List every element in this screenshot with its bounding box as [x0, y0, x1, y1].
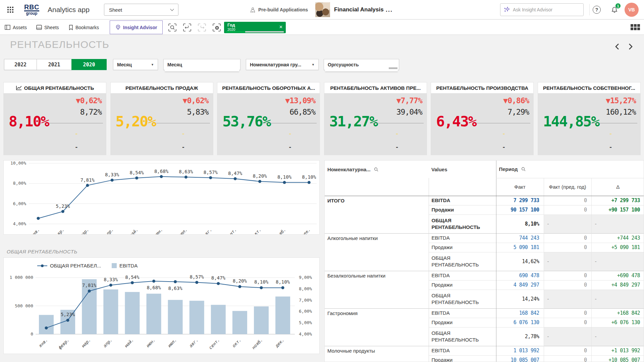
- page-title: РЕНТАБЕЛЬНОСТЬ: [10, 39, 109, 50]
- kpi-delta: ▼13,09%: [285, 96, 315, 105]
- kpi-dash-yellow: -: [75, 130, 77, 137]
- kpi-card[interactable]: РЕНТАБЕЛЬНОСТЬ ОБОРОТНЫХ А... 53,76% ▼13…: [217, 82, 320, 155]
- sheets-button[interactable]: Sheets: [36, 20, 59, 35]
- svg-text:февр.: февр.: [52, 227, 65, 234]
- sheet-grid-view-icon[interactable]: [631, 24, 640, 30]
- svg-text:май.: май.: [128, 227, 139, 234]
- kpi-card[interactable]: РЕНТАБЕЛЬНОСТЬ АКТИВОВ ПРЕ... 31,27% ▼7,…: [324, 82, 427, 155]
- fact-cell: 168 842: [496, 308, 544, 318]
- insight-advisor-button[interactable]: Insight Advisor: [110, 20, 163, 34]
- svg-text:дек.: дек.: [274, 338, 285, 349]
- ask-insight-advisor-box[interactable]: [500, 3, 584, 16]
- svg-text:6,00%: 6,00%: [13, 201, 26, 206]
- search-icon[interactable]: [521, 167, 526, 171]
- current-app-name[interactable]: Financial Analysis: [334, 0, 384, 19]
- sub-header[interactable]: Факт (пред. год): [544, 178, 591, 196]
- bookmarks-button[interactable]: Bookmarks: [69, 20, 99, 35]
- ebitda-bar: [254, 306, 269, 334]
- kpi-dash-black: -: [396, 143, 398, 151]
- svg-text:июн.: июн.: [153, 227, 164, 234]
- kpi-card[interactable]: РЕНТАБЕЛЬНОСТЬ СОБСТВЕННОГ... 144,85% ▼1…: [538, 82, 641, 155]
- column-header-period[interactable]: Период: [496, 161, 644, 178]
- search-selections-icon[interactable]: [168, 23, 177, 32]
- prev-cell: 0: [544, 196, 591, 205]
- fact-cell: 10 085 007: [496, 355, 544, 362]
- table-row[interactable]: ИТОГОEBITDA7 299 7330+7 299 733: [325, 196, 644, 205]
- svg-text:8,00%: 8,00%: [299, 286, 312, 291]
- profitability-combo-chart[interactable]: ОБЩАЯ РЕНТАБЕЛ...EBITDA1 000 000500 0000…: [3, 257, 320, 354]
- delta-cell: -: [591, 252, 644, 271]
- delta-cell: +10 085 007: [591, 355, 644, 362]
- metric-cell: EBITDA: [429, 271, 496, 280]
- prebuild-applications-link[interactable]: Pre-build Applications: [250, 0, 308, 19]
- metric-cell: Продажи: [429, 280, 496, 290]
- kpi-card[interactable]: РЕНТАБЕЛЬНОСТЬ ПРОИЗВОДСТВА 6,43% ▼0,86%…: [431, 82, 534, 155]
- sub-header[interactable]: Факт: [496, 178, 544, 196]
- sheet-dropdown[interactable]: Sheet: [104, 4, 178, 16]
- sub-header[interactable]: Δ: [591, 178, 644, 196]
- column-header-values[interactable]: Values: [429, 161, 496, 178]
- delta-cell: -: [591, 290, 644, 308]
- topbar-divider: [589, 4, 590, 15]
- clear-selections-icon[interactable]: [212, 23, 221, 32]
- undo-icon[interactable]: [182, 23, 192, 32]
- more-options-button[interactable]: ...: [386, 0, 393, 19]
- kpi-card[interactable]: ОБЩАЯ РЕНТАБЕЛЬНОСТЬ 8,10% ▼0,62% 8,72% …: [3, 82, 106, 155]
- kpi-previous-value: 8,72%: [80, 108, 102, 116]
- notifications-button[interactable]: 1: [609, 0, 620, 19]
- kpi-previous-value: 66,85%: [289, 108, 315, 116]
- svg-text:0: 0: [31, 331, 33, 337]
- kpi-dash-black: -: [182, 143, 184, 151]
- kpi-card[interactable]: РЕНТАБЕЛЬНОСТЬ ПРОДАЖ 5,20% ▼0,62% 5,83%…: [110, 82, 213, 155]
- help-icon: ?: [593, 6, 601, 14]
- year-button-2020[interactable]: 2020: [71, 59, 107, 70]
- year-button-2022[interactable]: 2022: [4, 59, 37, 70]
- svg-text:5,23%: 5,23%: [56, 203, 70, 209]
- metric-cell: ОБЩАЯ РЕНТАБЕЛЬНОСТЬ: [429, 215, 496, 233]
- svg-text:8,33%: 8,33%: [104, 277, 118, 282]
- table-row[interactable]: Алкогольные напиткиEBITDA744 2430+744 24…: [325, 233, 644, 243]
- svg-text:сент.: сент.: [208, 338, 221, 350]
- delta-cell: +1 013 992: [591, 346, 644, 355]
- nomenclature-pivot-table[interactable]: Номенклатурна...ValuesПериодФактФакт (пр…: [324, 160, 644, 362]
- column-header-nomenclature[interactable]: Номенклатурна...: [325, 161, 429, 178]
- profitability-line-chart[interactable]: 10,00%8,00%6,00%4,00%5,23%7,81%8,33%8,54…: [3, 160, 320, 235]
- triangle-down-icon: ▼: [312, 63, 315, 66]
- year-button-2021[interactable]: 2021: [37, 59, 72, 70]
- kpi-body: 144,85% ▼15,27% 160,12% - -: [538, 94, 641, 155]
- prev-cell: 0: [544, 233, 591, 243]
- ebitda-bar: [147, 294, 161, 334]
- table-row[interactable]: Молочные продуктыEBITDA1 013 9920+1 013 …: [325, 346, 644, 355]
- help-button[interactable]: ?: [592, 0, 601, 19]
- org-person-icon: [250, 7, 256, 13]
- top-bar: RBC group Analytics app Sheet Pre-build …: [0, 0, 644, 19]
- ask-insight-advisor-input[interactable]: [513, 7, 573, 12]
- month-dropdown[interactable]: Месяц ▼: [113, 59, 158, 70]
- org-listbox[interactable]: Оргсущность: [324, 59, 399, 70]
- assets-button[interactable]: Assets: [5, 20, 27, 35]
- metric-cell: EBITDA: [429, 346, 496, 355]
- nomenclature-dropdown[interactable]: Номенклатурная гру... ▼: [246, 59, 319, 70]
- chip-close-icon[interactable]: ✕: [279, 24, 283, 29]
- search-icon[interactable]: [374, 167, 378, 172]
- kpi-value: 31,27%: [329, 113, 377, 130]
- prev-sheet-arrow[interactable]: [613, 42, 622, 51]
- table-row[interactable]: ГастрономияEBITDA168 8420+168 842: [325, 308, 644, 318]
- app-thumbnail[interactable]: [315, 2, 330, 17]
- selection-chip-year[interactable]: Год 2020 ✕: [224, 22, 286, 33]
- user-avatar[interactable]: VB: [625, 3, 639, 17]
- fact-cell: 7 299 733: [496, 196, 544, 205]
- org-listbox-scrollbar[interactable]: [389, 67, 397, 69]
- next-sheet-arrow[interactable]: [626, 42, 635, 51]
- month-listbox[interactable]: Месяц: [163, 59, 240, 70]
- app-launcher-icon[interactable]: [5, 0, 16, 19]
- table-row[interactable]: Безалкогольные напиткиEBITDA690 4780+690…: [325, 271, 644, 280]
- delta-cell: +6 076 130: [591, 318, 644, 327]
- svg-text:8,63%: 8,63%: [179, 169, 193, 174]
- month-dropdown-label: Месяц: [117, 62, 132, 67]
- metric-cell: EBITDA: [429, 196, 496, 205]
- kpi-divider: [49, 123, 103, 123]
- delta-cell: +7 299 733: [591, 196, 644, 205]
- prev-cell: -: [544, 327, 591, 346]
- bookmarks-label: Bookmarks: [75, 25, 99, 30]
